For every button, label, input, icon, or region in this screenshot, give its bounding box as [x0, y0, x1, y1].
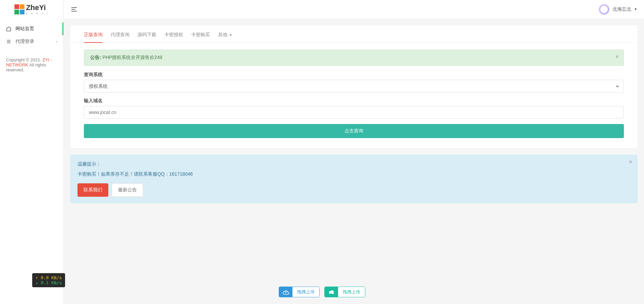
avatar — [598, 4, 610, 15]
sidebar: ZheYi Z H E Y I 网站首页 代理登录 › Copyrigh — [0, 0, 64, 304]
domain-label: 输入域名 — [84, 98, 624, 104]
chevron-right-icon: › — [56, 39, 57, 44]
drag-upload-button-2[interactable]: 拖拽上传 — [324, 287, 365, 297]
close-icon[interactable]: × — [629, 159, 632, 166]
query-button[interactable]: 点击查询 — [84, 124, 624, 138]
user-name: 北海忘北 — [612, 6, 631, 12]
query-card: 正版查询 代理查询 源码下载 卡密授权 卡密购买 其他 ▼ 公告: PHP授权系… — [70, 25, 637, 148]
close-icon[interactable]: × — [615, 53, 619, 60]
topbar: 北海忘北 ▼ — [64, 0, 644, 18]
logo-text: ZheYi — [26, 3, 46, 12]
domain-input[interactable] — [84, 106, 624, 119]
sidebar-item-home[interactable]: 网站首页 — [0, 22, 63, 35]
svg-point-8 — [332, 292, 334, 294]
cloud-icon — [325, 287, 338, 297]
copyright-prefix: Copyright © 2021. — [6, 57, 43, 62]
upload-label: 拖拽上传 — [292, 287, 319, 297]
tabs: 正版查询 代理查询 源码下载 卡密授权 卡密购买 其他 ▼ — [70, 25, 637, 43]
cloud-upload-icon — [279, 287, 292, 297]
system-select[interactable]: 授权系统 — [84, 80, 624, 93]
upload-speed: 0.0 KB/s — [41, 275, 62, 280]
tab-genuine-query[interactable]: 正版查询 — [84, 32, 103, 43]
caret-down-icon: ▼ — [634, 7, 637, 11]
notice-alert: 公告: PHP授权系统全开源售价249 × — [84, 50, 624, 66]
home-icon — [6, 26, 12, 32]
tip-title: 温馨提示： — [77, 161, 630, 167]
caret-down-icon: ▼ — [228, 33, 232, 37]
notice-prefix: 公告: — [90, 55, 103, 60]
contact-button[interactable]: 联系我们 — [77, 183, 108, 197]
tab-source-download[interactable]: 源码下载 — [138, 32, 156, 43]
tab-card-buy[interactable]: 卡密购买 — [191, 32, 210, 43]
sidebar-nav: 网站首页 代理登录 › — [0, 18, 63, 48]
download-speed: 0.1 KB/s — [41, 280, 62, 285]
menu-toggle-button[interactable] — [70, 6, 78, 13]
tab-other[interactable]: 其他 ▼ — [218, 32, 232, 43]
news-button[interactable]: 最新公告 — [112, 183, 143, 197]
sidebar-footer: Copyright © 2021. ZYI - NETWORK All righ… — [0, 51, 63, 78]
tip-body: 卡密购买！如果库存不足！请联系客服QQ：161718046 — [77, 171, 630, 177]
tip-panel: × 温馨提示： 卡密购买！如果库存不足！请联系客服QQ：161718046 联系… — [70, 155, 637, 203]
user-menu[interactable]: 北海忘北 ▼ — [598, 4, 637, 15]
upload-widgets: 拖拽上传 拖拽上传 — [279, 287, 365, 297]
upload-label: 拖拽上传 — [338, 287, 365, 297]
network-speed-widget: ↑ 0.0 KB/s ↓ 0.1 KB/s — [32, 273, 65, 287]
sidebar-item-label: 代理登录 — [15, 39, 34, 45]
logo[interactable]: ZheYi Z H E Y I — [0, 0, 63, 18]
system-label: 查询系统 — [84, 72, 624, 78]
tab-card-auth[interactable]: 卡密授权 — [164, 32, 183, 43]
list-icon — [6, 39, 12, 44]
notice-text: PHP授权系统全开源售价249 — [103, 55, 162, 60]
logo-subtext: Z H E Y I — [26, 12, 49, 15]
tab-agent-query[interactable]: 代理查询 — [111, 32, 129, 43]
download-arrow-icon: ↓ — [36, 280, 41, 285]
drag-upload-button-1[interactable]: 拖拽上传 — [279, 287, 320, 297]
sidebar-item-label: 网站首页 — [15, 26, 34, 32]
upload-arrow-icon: ↑ — [36, 275, 41, 280]
sidebar-item-agent-login[interactable]: 代理登录 › — [0, 35, 63, 48]
logo-icon — [14, 4, 24, 14]
